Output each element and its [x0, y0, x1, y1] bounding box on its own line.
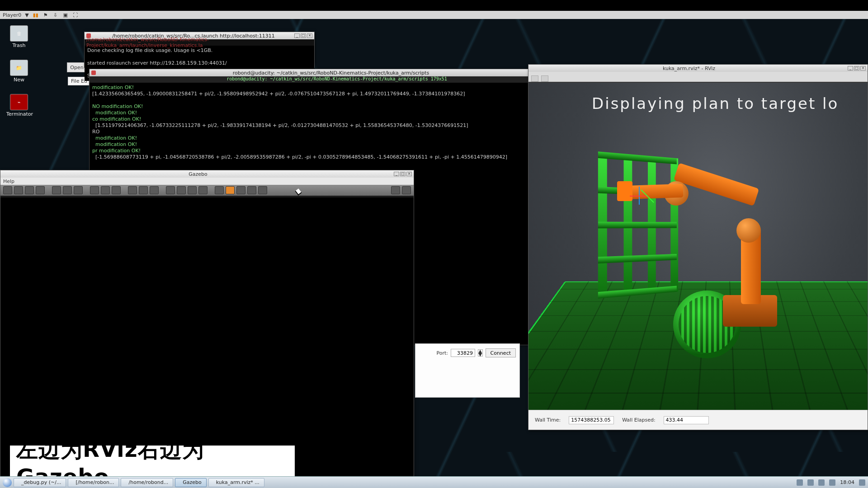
terminal-subtitle: robond@udacity: ~/catkin_ws/src/RoboND-K…	[90, 76, 584, 83]
light-dir-icon[interactable]	[139, 186, 148, 194]
terminal-tab[interactable]: /home/robond/catkin_ws/src/RoboND-Kinema…	[85, 39, 314, 46]
pause-icon[interactable]: ▮▮	[33, 12, 39, 18]
terminal-line: modification OK!	[92, 110, 137, 116]
gazebo-toolbar	[0, 185, 414, 196]
menubar[interactable]: Help	[0, 178, 414, 185]
task-label: [/home/robon...	[75, 479, 114, 485]
ortho-icon[interactable]	[215, 186, 224, 194]
rviz-toolbar	[528, 72, 868, 82]
terminal-line: pr modification OK!	[92, 148, 141, 154]
terminal-line: modification OK!	[92, 84, 134, 90]
taskbar-item[interactable]: kuka_arm.rviz* ...	[208, 478, 264, 487]
light-point-icon[interactable]	[128, 186, 137, 194]
log-icon[interactable]	[402, 186, 411, 194]
select-icon[interactable]	[3, 186, 12, 194]
task-label: /home/robond...	[128, 479, 168, 485]
play-icon[interactable]	[226, 186, 235, 194]
align-icon[interactable]	[188, 186, 197, 194]
move-icon[interactable]	[14, 186, 23, 194]
fullscreen-icon[interactable]: ⛶	[72, 12, 79, 18]
window-roslaunch-terminal[interactable]: /home/robond/catkin_ws/src/Ro...cs.launc…	[84, 32, 315, 68]
snap-icon[interactable]	[74, 186, 83, 194]
terminator-icon: ⌁	[10, 94, 28, 110]
taskbar: _debug.py (~/...[/home/robon.../home/rob…	[0, 476, 868, 488]
robot-gripper	[617, 181, 632, 201]
port-input[interactable]	[451, 349, 475, 357]
rotate-icon[interactable]	[25, 186, 34, 194]
system-tray: 18:04	[797, 479, 865, 486]
titlebar[interactable]: kuka_arm.rviz* - RViz _ □ ×	[528, 65, 868, 72]
close-button[interactable]: ×	[406, 172, 412, 176]
taskbar-item[interactable]: [/home/robon...	[68, 478, 119, 487]
titlebar[interactable]: Gazebo _ □ ×	[0, 170, 414, 178]
terminal-line: RO	[92, 129, 99, 135]
video-caption: 左边为RViz右边为Gazebo	[10, 446, 295, 479]
window-rviz[interactable]: kuka_arm.rviz* - RViz _ □ × Displaying p…	[528, 64, 868, 430]
paste-icon[interactable]	[177, 186, 186, 194]
connect-panel: Port: ▲▼ Connect	[415, 343, 520, 398]
wall-elapsed-value	[664, 416, 709, 424]
taskbar-item[interactable]: Gazebo	[175, 478, 207, 487]
rviz-viewport[interactable]: Displaying plan to target lo	[528, 83, 868, 410]
terminal-line: [-1.56988608773119 + pi, -1.045687205387…	[92, 154, 507, 160]
desktop-icon-trash[interactable]: 🗑 Trash	[6, 25, 32, 48]
unity-icon[interactable]: ▣	[62, 12, 69, 18]
clock[interactable]: 18:04	[840, 479, 854, 485]
maximize-button[interactable]: □	[854, 66, 859, 70]
save-icon[interactable]	[258, 186, 267, 194]
wall-time-label: Wall Time:	[535, 417, 561, 423]
desktop-icon-new[interactable]: 📁 New	[6, 60, 32, 83]
connect-button[interactable]: Connect	[486, 348, 516, 357]
copy-icon[interactable]	[166, 186, 175, 194]
terminal-line: modification OK!	[92, 135, 137, 141]
wall-time-value	[569, 416, 614, 424]
port-stepper[interactable]: ▲▼	[478, 349, 482, 357]
vmware-player-bar: Player0▼ ▮▮ ⚑ ⇩ ▣ ⛶	[0, 11, 868, 19]
camera-screenshot-icon[interactable]	[391, 186, 400, 194]
box-icon[interactable]	[90, 186, 99, 194]
player-menu-caret[interactable]: ▼	[25, 12, 28, 18]
bookmark-icon[interactable]: ⚑	[42, 12, 49, 18]
sphere-icon[interactable]	[101, 186, 110, 194]
terminal-line: modification OK!	[92, 141, 137, 147]
minimize-button[interactable]: _	[848, 66, 853, 70]
tray-user-icon[interactable]	[859, 479, 865, 486]
redo-icon[interactable]	[63, 186, 72, 194]
tray-volume-icon[interactable]	[818, 479, 825, 486]
robot-joint-1	[736, 218, 761, 243]
player-menu-label[interactable]: Player0	[3, 12, 21, 18]
camera-icon[interactable]	[247, 186, 256, 194]
desktop-icon-label: Terminator	[6, 111, 32, 117]
wall-elapsed-label: Wall Elapsed:	[622, 417, 655, 423]
menu-help[interactable]: Help	[3, 178, 14, 184]
desktop-icon-terminator[interactable]: ⌁ Terminator	[6, 94, 32, 117]
tray-updates-icon[interactable]	[797, 479, 803, 486]
grid-icon[interactable]	[198, 186, 208, 194]
close-button[interactable]: ×	[860, 66, 866, 70]
minimize-button[interactable]: _	[394, 172, 399, 176]
light-spot-icon[interactable]	[150, 186, 159, 194]
titlebar[interactable]: robond@udacity: ~/catkin_ws/src/RoboND-K…	[90, 69, 584, 76]
undo-icon[interactable]	[52, 186, 61, 194]
tray-display-icon[interactable]	[829, 479, 835, 486]
taskbar-item[interactable]: /home/robond...	[121, 478, 173, 487]
vm-top-bar	[0, 0, 868, 11]
task-label: Gazebo	[183, 479, 202, 485]
record-icon[interactable]	[236, 186, 245, 194]
desktop-icon-label: New	[6, 77, 32, 83]
desktop-icon-label: Trash	[6, 42, 32, 48]
terminal-tab-label: /home/robond/catkin_ws/src/RoboND-Kinema…	[86, 37, 312, 48]
terminal-line: started roslaunch server http://192.168.…	[87, 60, 227, 66]
tray-network-icon[interactable]	[807, 479, 814, 486]
terminal-icon	[91, 70, 96, 75]
scale-icon[interactable]	[36, 186, 45, 194]
taskbar-item[interactable]: _debug.py (~/...	[14, 478, 66, 487]
start-button[interactable]	[3, 478, 12, 487]
task-label: kuka_arm.rviz* ...	[216, 479, 259, 485]
terminal-line: NO modification OK!	[92, 103, 143, 109]
interact-icon[interactable]	[531, 75, 538, 82]
cylinder-icon[interactable]	[112, 186, 121, 194]
send-key-icon[interactable]: ⇩	[52, 12, 59, 18]
move-camera-icon[interactable]	[541, 75, 548, 82]
maximize-button[interactable]: □	[400, 172, 406, 176]
